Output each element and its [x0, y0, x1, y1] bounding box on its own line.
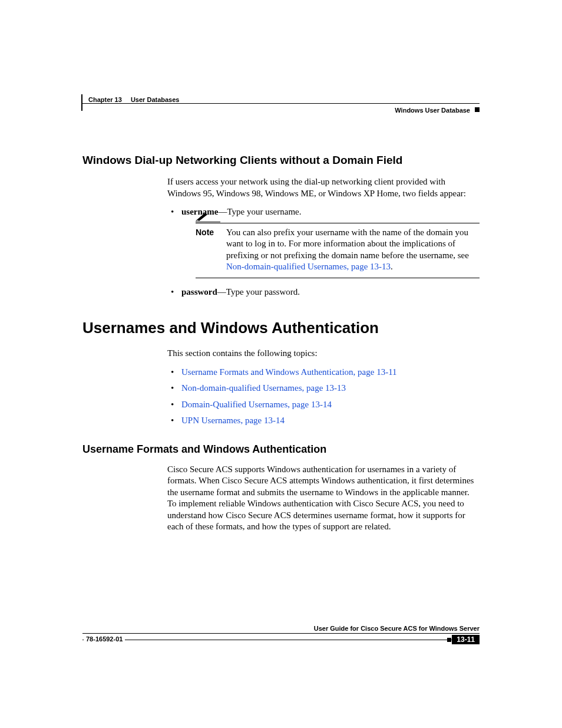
list-item: UPN Usernames, page 13-14 [167, 415, 480, 427]
section-title: Windows User Database [395, 107, 470, 114]
footer-square-icon [447, 638, 451, 642]
topic-link[interactable]: Non-domain-qualified Usernames, page 13-… [181, 383, 346, 393]
list-item: Non-domain-qualified Usernames, page 13-… [167, 383, 480, 394]
list-item: Domain-Qualified Usernames, page 13-14 [167, 399, 480, 411]
topics-intro: This section contains the following topi… [167, 348, 480, 360]
list-item: username—Type your username. Note You ca… [167, 206, 480, 278]
note-label: Note [196, 227, 226, 273]
note-pen-icon [196, 212, 220, 222]
body-paragraph: Cisco Secure ACS supports Windows authen… [167, 464, 480, 533]
intro-paragraph: If users access your network using the d… [167, 176, 480, 199]
chapter-title: User Databases [131, 96, 180, 103]
note-text-end: . [391, 262, 393, 271]
topic-link[interactable]: Domain-Qualified Usernames, page 13-14 [181, 400, 332, 409]
guide-title: User Guide for Cisco Secure ACS for Wind… [82, 625, 480, 632]
list-item: password—Type your password. [167, 286, 480, 298]
term-password: password [181, 287, 217, 297]
list-item: Username Formats and Windows Authenticat… [167, 367, 480, 378]
heading-usernames-auth: Usernames and Windows Authentication [82, 319, 480, 337]
term-username-desc: —Type your username. [219, 207, 302, 216]
chapter-label: Chapter 13 [88, 96, 122, 103]
topic-link[interactable]: UPN Usernames, page 13-14 [181, 416, 285, 425]
heading-dialup-clients: Windows Dial-up Networking Clients witho… [82, 154, 480, 167]
header-square-icon [475, 107, 480, 112]
heading-username-formats: Username Formats and Windows Authenticat… [82, 443, 480, 456]
topic-link[interactable]: Username Formats and Windows Authenticat… [181, 367, 397, 377]
note-crossref-link[interactable]: Non-domain-qualified Usernames, page 13-… [226, 262, 391, 271]
running-header: Chapter 13 User Databases Windows User D… [82, 97, 480, 118]
note-text: You can also prefix your username with t… [226, 228, 469, 260]
page-footer: User Guide for Cisco Secure ACS for Wind… [82, 634, 480, 645]
page-number: 13-11 [452, 635, 480, 644]
term-password-desc: —Type your password. [217, 287, 300, 297]
note-box: Note You can also prefix your username w… [196, 223, 480, 278]
doc-number: 78-16592-01 [84, 635, 125, 643]
